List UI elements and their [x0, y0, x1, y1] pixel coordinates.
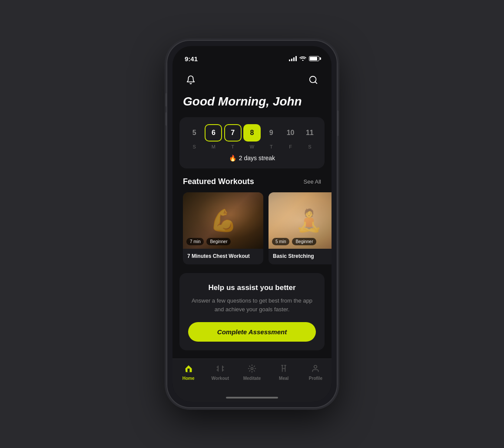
- assessment-button[interactable]: Complete Assessment: [188, 322, 316, 342]
- see-all-link[interactable]: See All: [304, 178, 321, 185]
- day-number: 11: [301, 124, 318, 142]
- level-badge: Beginner: [206, 238, 231, 245]
- battery-icon: [309, 56, 319, 61]
- nav-item-meal[interactable]: Meal: [268, 364, 300, 381]
- meditate-nav-icon: [248, 364, 256, 374]
- workout-thumbnail: 7 min Beginner: [183, 192, 263, 249]
- profile-nav-icon: [311, 364, 320, 374]
- svg-point-8: [314, 366, 317, 369]
- greeting-text: Good Morning, John: [172, 91, 332, 117]
- featured-workouts-header: Featured Workouts See All: [172, 177, 332, 192]
- day-number: 9: [262, 124, 280, 142]
- workout-title: Basic Stretching: [269, 249, 332, 264]
- workouts-scroll: 7 min Beginner 7 Minutes Chest Workout 5…: [172, 192, 332, 273]
- signal-icon: [289, 56, 297, 61]
- calendar-days: 5 S 6 M 7 T 8 W: [185, 124, 319, 149]
- duration-badge: 5 min: [272, 238, 289, 245]
- nav-item-meditate[interactable]: Meditate: [236, 364, 268, 381]
- workout-nav-label: Workout: [212, 376, 229, 381]
- home-indicator: [172, 393, 332, 402]
- bottom-nav: Home Workout Meditate: [172, 359, 332, 393]
- svg-line-1: [315, 82, 317, 83]
- home-nav-icon: [184, 364, 193, 374]
- wifi-icon: [299, 56, 306, 62]
- workout-thumbnail: 5 min Beginner: [269, 192, 332, 249]
- calendar-section: 5 S 6 M 7 T 8 W: [179, 117, 325, 168]
- main-content: Good Morning, John 5 S 6 M 7: [172, 65, 332, 359]
- header-actions: [172, 65, 332, 91]
- meal-nav-label: Meal: [279, 376, 288, 381]
- day-label: W: [250, 144, 254, 149]
- nav-item-profile[interactable]: Profile: [300, 364, 332, 381]
- workout-badges: 7 min Beginner: [186, 238, 231, 245]
- status-time: 9:41: [185, 55, 198, 63]
- day-number-filled: 8: [243, 124, 261, 142]
- home-bar: [226, 397, 278, 399]
- workout-nav-icon: [216, 364, 225, 374]
- day-label: M: [212, 144, 216, 149]
- streak-text: 2 days streak: [239, 155, 275, 161]
- meditate-nav-label: Meditate: [243, 376, 261, 381]
- assessment-card: Help us assist you better Answer a few q…: [179, 273, 325, 350]
- day-label: S: [192, 144, 196, 149]
- assessment-title: Help us assist you better: [188, 283, 316, 292]
- workout-title: 7 Minutes Chest Workout: [183, 249, 263, 264]
- day-label: S: [308, 144, 311, 149]
- featured-workouts-title: Featured Workouts: [183, 177, 254, 186]
- day-item[interactable]: 6 M: [205, 124, 222, 149]
- day-number-outlined: 6: [205, 124, 222, 142]
- day-item[interactable]: 7 T: [224, 124, 242, 149]
- nav-item-home[interactable]: Home: [172, 364, 204, 381]
- day-label: T: [270, 144, 273, 149]
- notification-icon[interactable]: [183, 72, 199, 88]
- day-number-outlined: 7: [224, 124, 242, 142]
- phone-screen: 9:41: [172, 46, 332, 402]
- day-item[interactable]: 8 W: [243, 124, 261, 149]
- notch: [224, 46, 280, 59]
- workout-badges: 5 min Beginner: [272, 238, 316, 245]
- day-label: T: [231, 144, 234, 149]
- day-item[interactable]: 10 F: [282, 124, 299, 149]
- nav-item-workout[interactable]: Workout: [204, 364, 236, 381]
- profile-nav-label: Profile: [309, 376, 322, 381]
- fire-icon: 🔥: [229, 155, 236, 161]
- streak-row: 🔥 2 days streak: [185, 155, 319, 161]
- level-badge: Beginner: [292, 238, 316, 245]
- home-nav-label: Home: [182, 376, 195, 381]
- day-item[interactable]: 11 S: [301, 124, 318, 149]
- day-number: 10: [282, 124, 299, 142]
- assessment-description: Answer a few questions to get best from …: [188, 296, 316, 313]
- day-item[interactable]: 9 T: [262, 124, 280, 149]
- workout-card[interactable]: 5 min Beginner Basic Stretching: [269, 192, 332, 264]
- day-number: 5: [186, 124, 203, 142]
- search-icon[interactable]: [305, 72, 321, 88]
- workout-card[interactable]: 7 min Beginner 7 Minutes Chest Workout: [183, 192, 263, 264]
- status-icons: [289, 56, 319, 62]
- day-item[interactable]: 5 S: [186, 124, 203, 149]
- svg-point-2: [251, 368, 253, 370]
- meal-nav-icon: [279, 364, 288, 374]
- day-label: F: [289, 144, 292, 149]
- phone-frame: 9:41: [167, 41, 337, 407]
- duration-badge: 7 min: [186, 238, 204, 245]
